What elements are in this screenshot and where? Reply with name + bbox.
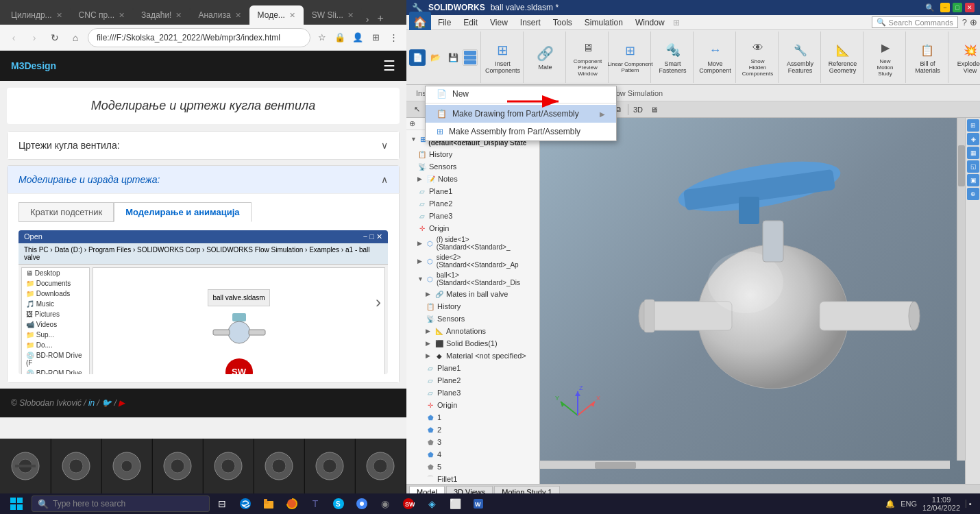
sw-close-btn[interactable]: ✕	[965, 3, 975, 12]
sw-right-btn-6[interactable]: ⊕	[967, 188, 979, 200]
shield-icon[interactable]: 🔒	[332, 30, 347, 45]
ribbon-btn-fasteners[interactable]: 🔩 SmartFasteners	[656, 38, 689, 76]
sw-icon-3d[interactable]: 3D	[630, 103, 646, 117]
ribbon-btn-preview[interactable]: 🖥 ComponentPreviewWindow	[571, 36, 604, 79]
tree-item-origin[interactable]: ✛ Origin	[406, 222, 539, 234]
sw-quick-access-group[interactable]	[463, 49, 478, 66]
sw-menu-edit[interactable]: Edit	[458, 16, 483, 29]
tree-item-sensors[interactable]: 📡 Sensors	[406, 160, 539, 173]
back-button[interactable]: ‹	[5, 29, 22, 46]
tree-item-ball-plane1[interactable]: ▱ Plane1	[406, 362, 539, 374]
ribbon-btn-show-hidden[interactable]: 👁 ShowHiddenComponents	[739, 36, 776, 79]
taskbar-sw-icon[interactable]: SW	[397, 494, 419, 513]
sw-menu-view[interactable]: View	[485, 16, 513, 29]
sw-scroll-horizontal[interactable]	[540, 461, 950, 469]
sw-options-icon[interactable]: ⊕	[970, 17, 977, 27]
taskbar-teams[interactable]: T	[304, 494, 326, 513]
tree-item-feat-2[interactable]: ⬟ 2	[406, 424, 539, 436]
tree-item-annotations[interactable]: ▶ 📐 Annotations	[406, 325, 539, 337]
taskbar-app-10[interactable]: ⬜	[444, 494, 466, 513]
ribbon-btn-explode[interactable]: 💥 ExplodedView	[955, 38, 980, 76]
sw-right-btn-3[interactable]: ▦	[967, 147, 979, 159]
taskbar-search[interactable]: 🔍 Type here to search	[32, 495, 210, 512]
start-button[interactable]	[3, 494, 30, 513]
ribbon-btn-bom[interactable]: 📋 Bill ofMaterials	[912, 38, 943, 76]
tab-sw[interactable]: SW Sli... ✕	[304, 5, 362, 25]
ribbon-btn-reference[interactable]: 📐 ReferenceGeometry	[826, 38, 860, 76]
ribbon-btn-mate[interactable]: 🔗 Mate	[533, 42, 558, 73]
taskbar-clock[interactable]: 11:09 12/04/2022	[922, 495, 960, 512]
sw-menu-simulation[interactable]: Simulation	[579, 16, 628, 29]
taskbar-skype[interactable]: S	[328, 494, 350, 513]
more-tabs-button[interactable]: ›	[362, 14, 373, 25]
tab-close-icon[interactable]: ✕	[119, 11, 125, 20]
tree-item-ball-origin[interactable]: ✛ Origin	[406, 399, 539, 411]
tab-cnc[interactable]: CNC пр... ✕	[71, 5, 134, 25]
sw-right-btn-1[interactable]: ⊞	[967, 119, 979, 132]
tree-item-plane3[interactable]: ▱ Plane3	[406, 210, 539, 222]
sw-icon-arrow[interactable]: ↖	[409, 103, 424, 117]
address-bar[interactable]: file:///F:/Skolska_2021_2022/Web/mpr3/in…	[88, 28, 310, 47]
sw-scroll-vertical[interactable]	[957, 118, 965, 461]
taskbar-notify-icon[interactable]: 🔔	[885, 500, 895, 509]
tree-item-notes[interactable]: ▶ 📝 Notes	[406, 173, 539, 185]
tab-close-icon[interactable]: ✕	[235, 11, 241, 20]
sw-scroll-thumb[interactable]	[595, 462, 636, 469]
tree-item-solid-bodies[interactable]: ▶ ⬛ Solid Bodies(1)	[406, 337, 539, 350]
tab-analysis[interactable]: Анализа ✕	[190, 5, 249, 25]
tab-model[interactable]: Моде... ✕	[249, 5, 304, 25]
menu-icon[interactable]: ⋮	[386, 30, 401, 45]
sw-icon-monitor[interactable]: 🖥	[646, 103, 661, 117]
ribbon-btn-motion[interactable]: ▶ NewMotionStudy	[873, 36, 898, 79]
sw-menu-file[interactable]: File	[432, 16, 456, 29]
tree-item-ball1[interactable]: ▼ ⬡ ball<1> (Standard<<Standard>_Dis	[406, 270, 539, 288]
accordion-drawings-header[interactable]: Цртежи кугла вентила: ∨	[7, 131, 400, 160]
tree-item-ball-plane3[interactable]: ▱ Plane3	[406, 387, 539, 399]
tab-cylinders[interactable]: Цилиндр... ✕	[3, 5, 71, 25]
linkedin-icon[interactable]: in	[88, 398, 95, 408]
taskbar-edge[interactable]	[234, 494, 256, 513]
taskbar-explorer[interactable]	[258, 494, 280, 513]
sw-save-icon[interactable]: 💾	[445, 49, 461, 66]
tree-item-ball-sensors[interactable]: 📡 Sensors	[406, 313, 539, 325]
profile-icon[interactable]: 👤	[350, 30, 365, 45]
taskbar-firefox[interactable]	[281, 494, 303, 513]
taskbar-word[interactable]: W	[467, 494, 489, 513]
tree-item-feat-5[interactable]: ⬟ 5	[406, 461, 539, 473]
bookmark-icon[interactable]: ☆	[315, 30, 330, 45]
sw-search-box[interactable]: 🔍 Search Commands	[872, 16, 958, 28]
ribbon-btn-move[interactable]: ↔ MoveComponent	[696, 38, 734, 76]
tree-item-material[interactable]: ▶ ◆ Material <not specified>	[406, 350, 539, 362]
taskbar-show-desktop[interactable]: ▪	[966, 500, 972, 508]
refresh-button[interactable]: ↻	[47, 29, 63, 46]
sw-right-btn-5[interactable]: ▣	[967, 174, 979, 186]
slider-next-arrow[interactable]: ›	[376, 293, 381, 312]
ribbon-btn-insert-components[interactable]: ⊞ InsertComponents	[482, 38, 523, 76]
sw-minimize-btn[interactable]: −	[940, 3, 950, 12]
dropdown-item-make-assembly[interactable]: ⊞ Make Assembly from Part/Assembly	[426, 123, 616, 140]
sw-scroll-vthumb[interactable]	[958, 145, 965, 186]
twitter-icon[interactable]: 🐦	[101, 398, 112, 408]
sub-tab-modeling[interactable]: Моделирање и анимација	[114, 202, 251, 222]
tree-item-mates[interactable]: ▶ 🔗 Mates in ball valve	[406, 288, 539, 300]
ribbon-btn-assembly[interactable]: 🔧 AssemblyFeatures	[784, 38, 816, 76]
sw-right-btn-2[interactable]: ◈	[967, 133, 979, 145]
new-tab-button[interactable]: +	[373, 12, 388, 25]
sw-search-btn[interactable]: 🔍	[922, 3, 938, 12]
tree-item-ball-plane2[interactable]: ▱ Plane2	[406, 374, 539, 387]
sw-menu-insert[interactable]: Insert	[515, 16, 546, 29]
tree-item-fillet1[interactable]: ⌒ Fillet1	[406, 473, 539, 484]
tab-close-icon[interactable]: ✕	[56, 11, 62, 20]
tab-close-icon[interactable]: ✕	[175, 11, 182, 20]
sw-viewport[interactable]: X Y Z	[540, 118, 965, 484]
tree-item-plane2[interactable]: ▱ Plane2	[406, 197, 539, 210]
sw-new-icon[interactable]: 📄	[409, 49, 426, 66]
taskbar-app-9[interactable]: ◈	[421, 494, 443, 513]
home-button[interactable]: ⌂	[67, 29, 84, 46]
sw-help-icon[interactable]: ?	[962, 17, 967, 27]
taskbar-app-7[interactable]: ◉	[374, 494, 396, 513]
extensions-icon[interactable]: ⊞	[368, 30, 383, 45]
taskbar-chrome[interactable]	[351, 494, 373, 513]
sw-open-icon[interactable]: 📂	[427, 49, 443, 66]
tree-item-side2[interactable]: ▶ ⬡ side<2> (Standard<<Standard>_Ap	[406, 252, 539, 270]
